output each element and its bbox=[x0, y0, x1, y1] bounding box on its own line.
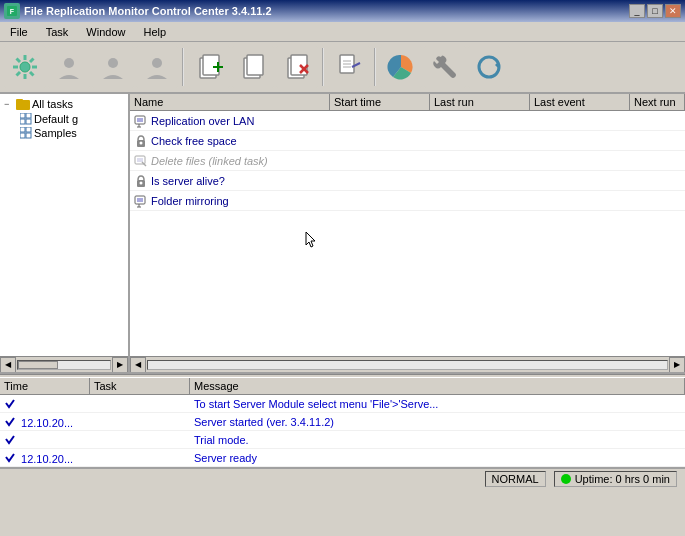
maximize-button[interactable]: □ bbox=[647, 4, 663, 18]
scroll-thumb[interactable] bbox=[18, 361, 58, 369]
svg-rect-43 bbox=[137, 118, 143, 122]
menu-task[interactable]: Task bbox=[38, 24, 77, 40]
task-column-headers: Name Start time Last run Last event Next… bbox=[130, 94, 685, 111]
svg-point-12 bbox=[108, 58, 118, 68]
refresh-button[interactable] bbox=[468, 46, 510, 88]
copy-add-button[interactable] bbox=[188, 46, 230, 88]
log-task bbox=[90, 403, 190, 405]
svg-rect-19 bbox=[247, 55, 263, 75]
svg-rect-33 bbox=[26, 113, 31, 118]
right-scroll-track[interactable] bbox=[147, 360, 668, 370]
task-name: Is server alive? bbox=[130, 172, 330, 190]
svg-text:F: F bbox=[10, 8, 15, 15]
doc-button[interactable] bbox=[328, 46, 370, 88]
expand-icon: − bbox=[4, 99, 14, 109]
status-bar: NORMAL Uptime: 0 hrs 0 min bbox=[0, 467, 685, 489]
task-start bbox=[330, 179, 430, 183]
task-name: Delete files (linked task) bbox=[130, 152, 330, 170]
toolbar bbox=[0, 42, 685, 94]
task-nextrun bbox=[630, 179, 685, 183]
log-icon-3 bbox=[4, 435, 18, 447]
col-name-header: Name bbox=[130, 94, 330, 110]
svg-rect-39 bbox=[26, 133, 31, 138]
left-h-scrollbar[interactable]: ◀ ▶ bbox=[0, 356, 128, 372]
wrench-button[interactable] bbox=[424, 46, 466, 88]
delete-button[interactable] bbox=[276, 46, 318, 88]
task-nextrun bbox=[630, 199, 685, 203]
tree-default-g-label: Default g bbox=[34, 113, 78, 125]
tree-samples[interactable]: Samples bbox=[2, 126, 126, 140]
log-msg: Server started (ver. 3.4.11.2) bbox=[190, 415, 685, 429]
title-bar: F File Replication Monitor Control Cente… bbox=[0, 0, 685, 22]
task-nextrun bbox=[630, 159, 685, 163]
settings-button[interactable] bbox=[4, 46, 46, 88]
right-h-scrollbar[interactable]: ◀ ▶ bbox=[130, 356, 685, 372]
folder-icon bbox=[16, 97, 30, 111]
svg-line-7 bbox=[17, 59, 21, 63]
scroll-left[interactable]: ◀ bbox=[0, 357, 16, 373]
close-button[interactable]: ✕ bbox=[665, 4, 681, 18]
task-tree: − All tasks Default g bbox=[0, 94, 128, 356]
minimize-button[interactable]: _ bbox=[629, 4, 645, 18]
svg-rect-53 bbox=[137, 198, 143, 202]
replication-icon bbox=[134, 114, 148, 128]
log-icon-2 bbox=[4, 417, 21, 429]
svg-rect-15 bbox=[203, 55, 219, 75]
task-start bbox=[330, 159, 430, 163]
svg-rect-34 bbox=[20, 119, 25, 124]
task-row[interactable]: Folder mirroring bbox=[130, 191, 685, 211]
tree-default-g[interactable]: Default g bbox=[2, 112, 126, 126]
status-uptime-label: Uptime: 0 hrs 0 min bbox=[575, 473, 670, 485]
log-time bbox=[0, 396, 90, 412]
status-mode: NORMAL bbox=[485, 471, 546, 487]
status-uptime: Uptime: 0 hrs 0 min bbox=[554, 471, 677, 487]
log-icon-4 bbox=[4, 453, 21, 465]
task-row[interactable]: Check free space bbox=[130, 131, 685, 151]
task-row[interactable]: Replication over LAN bbox=[130, 111, 685, 131]
task-name: Check free space bbox=[130, 132, 330, 150]
svg-rect-36 bbox=[20, 127, 25, 132]
title-text: File Replication Monitor Control Center … bbox=[24, 5, 272, 17]
log-column-headers: Time Task Message bbox=[0, 378, 685, 395]
task-start bbox=[330, 119, 430, 123]
scroll-right[interactable]: ▶ bbox=[112, 357, 128, 373]
chart-button[interactable] bbox=[380, 46, 422, 88]
task-row[interactable]: Is server alive? bbox=[130, 171, 685, 191]
log-panel: Time Task Message To start Server Module… bbox=[0, 378, 685, 467]
toolbar-sep-3 bbox=[374, 48, 376, 86]
task-lastevent bbox=[530, 159, 630, 163]
user1-button[interactable] bbox=[48, 46, 90, 88]
task-lastevent bbox=[530, 139, 630, 143]
grid-icon bbox=[20, 113, 32, 125]
scroll-track[interactable] bbox=[17, 360, 111, 370]
cursor-indicator bbox=[305, 231, 317, 251]
copy-button[interactable] bbox=[232, 46, 274, 88]
log-row[interactable]: 12.10.20... Server ready bbox=[0, 449, 685, 467]
menu-file[interactable]: File bbox=[2, 24, 36, 40]
task-row[interactable]: Delete files (linked task) bbox=[130, 151, 685, 171]
col-lastrun-header: Last run bbox=[430, 94, 530, 110]
right-scroll-left[interactable]: ◀ bbox=[130, 357, 146, 373]
menu-window[interactable]: Window bbox=[78, 24, 133, 40]
svg-rect-21 bbox=[291, 55, 307, 75]
svg-rect-32 bbox=[20, 113, 25, 118]
log-task bbox=[90, 439, 190, 441]
user2-button[interactable] bbox=[92, 46, 134, 88]
col-lastevent-header: Last event bbox=[530, 94, 630, 110]
menu-help[interactable]: Help bbox=[135, 24, 174, 40]
svg-rect-37 bbox=[26, 127, 31, 132]
log-msg: Trial mode. bbox=[190, 433, 685, 447]
log-row[interactable]: To start Server Module select menu 'File… bbox=[0, 395, 685, 413]
right-scroll-right[interactable]: ▶ bbox=[669, 357, 685, 373]
log-msg: Server ready bbox=[190, 451, 685, 465]
task-lastrun bbox=[430, 139, 530, 143]
log-row[interactable]: 12.10.20... Server started (ver. 3.4.11.… bbox=[0, 413, 685, 431]
toolbar-sep-1 bbox=[182, 48, 184, 86]
tree-all-tasks[interactable]: − All tasks bbox=[2, 96, 126, 112]
log-row[interactable]: Trial mode. bbox=[0, 431, 685, 449]
menu-bar: File Task Window Help bbox=[0, 22, 685, 42]
svg-line-8 bbox=[30, 72, 34, 76]
app-icon: F bbox=[4, 3, 20, 19]
task-lastevent bbox=[530, 119, 630, 123]
user3-button[interactable] bbox=[136, 46, 178, 88]
